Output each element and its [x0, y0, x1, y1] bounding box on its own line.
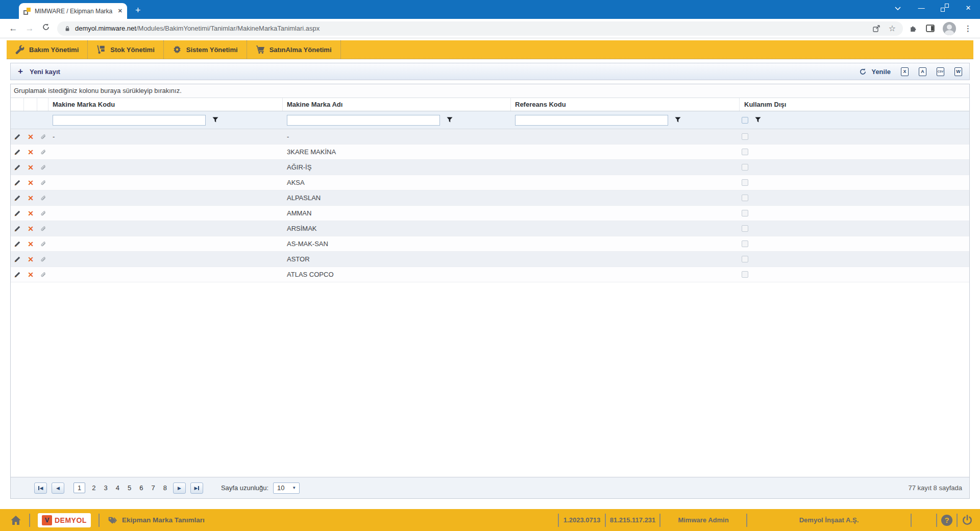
- edit-button[interactable]: [11, 206, 24, 221]
- tab-search-chevron-icon[interactable]: [886, 4, 910, 12]
- page-number[interactable]: 8: [163, 484, 167, 492]
- kullanim-disi-checkbox[interactable]: [742, 195, 748, 201]
- attachment-button[interactable]: [37, 267, 48, 282]
- forward-icon[interactable]: →: [21, 23, 38, 34]
- edit-button[interactable]: [11, 236, 24, 251]
- edit-button[interactable]: [11, 252, 24, 267]
- menu-stok-yonetimi[interactable]: Stok Yönetimi: [88, 40, 163, 59]
- xls-export-icon[interactable]: X: [901, 67, 909, 76]
- edit-button[interactable]: [11, 267, 24, 282]
- browser-tab[interactable]: MIMWARE / Ekipman Marka Tanı ✕: [19, 3, 127, 19]
- delete-button[interactable]: ✕: [24, 252, 37, 267]
- attachment-button[interactable]: [37, 221, 48, 236]
- bookmark-star-icon[interactable]: ☆: [889, 23, 896, 33]
- page-size-dropdown[interactable]: 10 ▼: [273, 482, 300, 494]
- home-icon[interactable]: [10, 515, 21, 525]
- kullanim-disi-checkbox[interactable]: [742, 225, 748, 232]
- kullanim-disi-checkbox[interactable]: [742, 164, 748, 171]
- browser-menu-icon[interactable]: ⋮: [964, 24, 972, 33]
- new-tab-button[interactable]: +: [135, 6, 141, 15]
- prev-page-button[interactable]: ◀: [52, 482, 64, 494]
- group-panel[interactable]: Gruplamak istediğiniz kolonu buraya sürü…: [11, 84, 969, 98]
- back-icon[interactable]: ←: [5, 23, 21, 34]
- demyol-logo[interactable]: V DEMYOL: [38, 513, 91, 527]
- edit-button[interactable]: [11, 144, 24, 159]
- help-button[interactable]: ?: [937, 515, 957, 526]
- kullanim-disi-checkbox[interactable]: [742, 179, 748, 186]
- edit-button[interactable]: [11, 190, 24, 205]
- attachment-button[interactable]: [37, 160, 48, 175]
- attachment-button[interactable]: [37, 175, 48, 190]
- profile-avatar[interactable]: [943, 22, 956, 35]
- refresh-button[interactable]: Yenile: [859, 68, 891, 76]
- share-icon[interactable]: [872, 25, 880, 33]
- delete-button[interactable]: ✕: [24, 267, 37, 282]
- extensions-icon[interactable]: [909, 24, 918, 33]
- delete-button[interactable]: ✕: [24, 206, 37, 221]
- delete-button[interactable]: ✕: [24, 175, 37, 190]
- table-row[interactable]: ✕ ALPASLAN: [11, 190, 969, 206]
- table-row[interactable]: ✕ ATLAS COPCO: [11, 267, 969, 282]
- next-page-button[interactable]: ▶: [173, 482, 186, 494]
- attachment-button[interactable]: [37, 129, 48, 144]
- side-panel-icon[interactable]: [926, 25, 935, 32]
- header-refereans-kodu[interactable]: Refereans Kodu: [511, 98, 740, 111]
- table-row[interactable]: ✕ ARSİMAK: [11, 221, 969, 236]
- page-number[interactable]: 4: [116, 484, 119, 492]
- page-number[interactable]: 1: [74, 482, 85, 493]
- table-row[interactable]: ✕ ASTOR: [11, 252, 969, 267]
- kullanim-disi-checkbox[interactable]: [742, 256, 748, 262]
- page-number[interactable]: 5: [128, 484, 131, 492]
- page-number[interactable]: 7: [151, 484, 155, 492]
- attachment-button[interactable]: [37, 206, 48, 221]
- filter-checkbox-kullanim-disi[interactable]: [742, 117, 748, 124]
- filter-input-ref[interactable]: [515, 115, 668, 126]
- delete-button[interactable]: ✕: [24, 236, 37, 251]
- menu-sistem-yonetimi[interactable]: Sistem Yönetimi: [164, 40, 247, 59]
- pdf-export-icon[interactable]: A: [919, 67, 926, 76]
- table-row[interactable]: ✕ AMMAN: [11, 206, 969, 221]
- delete-button[interactable]: ✕: [24, 221, 37, 236]
- kullanim-disi-checkbox[interactable]: [742, 149, 748, 155]
- menu-bakim-yonetimi[interactable]: Bakım Yönetimi: [7, 40, 88, 59]
- delete-button[interactable]: ✕: [24, 190, 37, 205]
- filter-funnel-icon[interactable]: [447, 117, 453, 123]
- table-row[interactable]: ✕ AĞIR-İŞ: [11, 160, 969, 175]
- last-page-button[interactable]: ▶: [190, 482, 203, 494]
- page-number[interactable]: 3: [104, 484, 107, 492]
- new-record-button[interactable]: + Yeni kayıt: [18, 66, 60, 77]
- attachment-button[interactable]: [37, 236, 48, 251]
- address-bar[interactable]: demyol.mimware.net/Modules/BakimYonetimi…: [57, 21, 903, 36]
- reload-icon[interactable]: [38, 23, 54, 34]
- edit-button[interactable]: [11, 129, 24, 144]
- page-number[interactable]: 2: [92, 484, 95, 492]
- edit-button[interactable]: [11, 221, 24, 236]
- edit-button[interactable]: [11, 175, 24, 190]
- filter-input-adi[interactable]: [287, 115, 440, 126]
- filter-input-kod[interactable]: [53, 115, 206, 126]
- header-kullanim-disi[interactable]: Kullanım Dışı: [740, 98, 969, 111]
- menu-satinalma-yonetimi[interactable]: SatınAlma Yönetimi: [247, 40, 341, 59]
- kullanim-disi-checkbox[interactable]: [742, 210, 748, 216]
- filter-funnel-icon[interactable]: [675, 117, 681, 123]
- kullanim-disi-checkbox[interactable]: [742, 133, 748, 140]
- attachment-button[interactable]: [37, 144, 48, 159]
- table-row[interactable]: ✕ AS-MAK-SAN: [11, 236, 969, 252]
- delete-button[interactable]: ✕: [24, 144, 37, 159]
- table-row[interactable]: ✕ AKSA: [11, 175, 969, 190]
- first-page-button[interactable]: ◀: [34, 482, 47, 494]
- delete-button[interactable]: ✕: [24, 129, 37, 144]
- kullanim-disi-checkbox[interactable]: [742, 271, 748, 278]
- csv-export-icon[interactable]: CSV: [937, 67, 944, 76]
- tab-close-icon[interactable]: ✕: [118, 8, 122, 14]
- filter-funnel-icon[interactable]: [755, 117, 761, 123]
- close-button[interactable]: ✕: [957, 4, 980, 12]
- minimize-button[interactable]: —: [910, 4, 933, 12]
- table-row[interactable]: ✕ 3KARE MAKİNA: [11, 144, 969, 160]
- logout-button[interactable]: [958, 515, 977, 526]
- header-makine-marka-kodu[interactable]: Makine Marka Kodu: [48, 98, 283, 111]
- kullanim-disi-checkbox[interactable]: [742, 240, 748, 247]
- doc-export-icon[interactable]: W: [954, 67, 962, 76]
- attachment-button[interactable]: [37, 252, 48, 267]
- header-makine-marka-adi[interactable]: Makine Marka Adı: [283, 98, 511, 111]
